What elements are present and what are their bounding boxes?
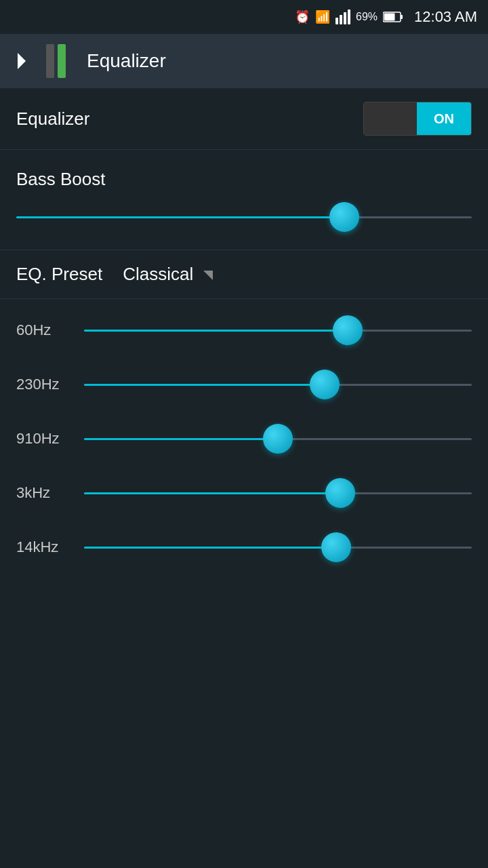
app-bar: Equalizer <box>0 34 488 88</box>
freq-label-910hz: 910Hz <box>16 430 84 448</box>
freq-row-60hz: 60Hz <box>16 315 472 345</box>
freq-thumb-14khz[interactable] <box>321 532 351 562</box>
bass-boost-label: Bass Boost <box>16 169 472 190</box>
toggle-on-button[interactable]: ON <box>417 102 471 135</box>
freq-slider-230hz[interactable] <box>84 370 472 399</box>
bass-boost-thumb[interactable] <box>329 202 359 232</box>
freq-row-14khz: 14kHz <box>16 532 472 562</box>
eq-preset-label: EQ. Preset <box>16 264 102 285</box>
bass-boost-fill <box>16 216 344 218</box>
signal-icon <box>336 9 350 24</box>
freq-row-230hz: 230Hz <box>16 370 472 399</box>
preset-dropdown-arrow <box>203 271 213 280</box>
svg-rect-3 <box>348 9 350 24</box>
freq-thumb-3khz[interactable] <box>325 478 355 508</box>
freq-row-3khz: 3kHz <box>16 478 472 508</box>
bass-boost-slider[interactable] <box>16 203 472 231</box>
freq-bands-section: 60Hz 230Hz 910Hz 3kHz <box>0 299 488 592</box>
freq-thumb-910hz[interactable] <box>263 424 293 454</box>
freq-fill-3khz <box>84 492 340 494</box>
toggle-off-area <box>364 102 417 135</box>
back-button[interactable] <box>11 50 33 72</box>
freq-slider-60hz[interactable] <box>84 315 472 345</box>
freq-thumb-230hz[interactable] <box>310 370 340 399</box>
app-logo <box>46 44 73 78</box>
freq-thumb-60hz[interactable] <box>333 315 363 345</box>
freq-slider-910hz[interactable] <box>84 424 472 454</box>
content: Equalizer ON Bass Boost EQ. Preset Class… <box>0 88 488 592</box>
freq-fill-60hz <box>84 330 348 332</box>
svg-rect-2 <box>344 12 346 24</box>
battery-icon <box>383 11 403 23</box>
freq-row-910hz: 910Hz <box>16 424 472 454</box>
wifi-icon: 📶 <box>315 9 330 24</box>
app-title: Equalizer <box>87 50 166 72</box>
freq-label-60hz: 60Hz <box>16 321 84 339</box>
equalizer-label: Equalizer <box>16 108 89 130</box>
alarm-icon: ⏰ <box>295 9 310 24</box>
status-icons: ⏰ 📶 69% <box>295 9 403 24</box>
freq-label-14khz: 14kHz <box>16 538 84 556</box>
freq-fill-14khz <box>84 547 336 549</box>
status-time: 12:03 AM <box>414 8 477 26</box>
equalizer-row: Equalizer ON <box>0 88 488 150</box>
bass-boost-section: Bass Boost <box>0 150 488 250</box>
freq-label-230hz: 230Hz <box>16 376 84 393</box>
freq-fill-910hz <box>84 438 278 440</box>
status-bar: ⏰ 📶 69% 12:03 AM <box>0 0 488 34</box>
battery-percentage: 69% <box>356 11 378 23</box>
freq-fill-230hz <box>84 384 325 386</box>
freq-label-3khz: 3kHz <box>16 484 84 502</box>
eq-preset-value[interactable]: Classical <box>123 264 213 285</box>
svg-rect-0 <box>336 18 338 24</box>
svg-rect-6 <box>384 14 395 21</box>
freq-slider-14khz[interactable] <box>84 532 472 562</box>
equalizer-toggle[interactable]: ON <box>363 102 472 136</box>
eq-preset-row[interactable]: EQ. Preset Classical <box>0 250 488 299</box>
svg-rect-5 <box>401 15 403 19</box>
freq-slider-3khz[interactable] <box>84 478 472 508</box>
svg-rect-1 <box>340 15 342 24</box>
